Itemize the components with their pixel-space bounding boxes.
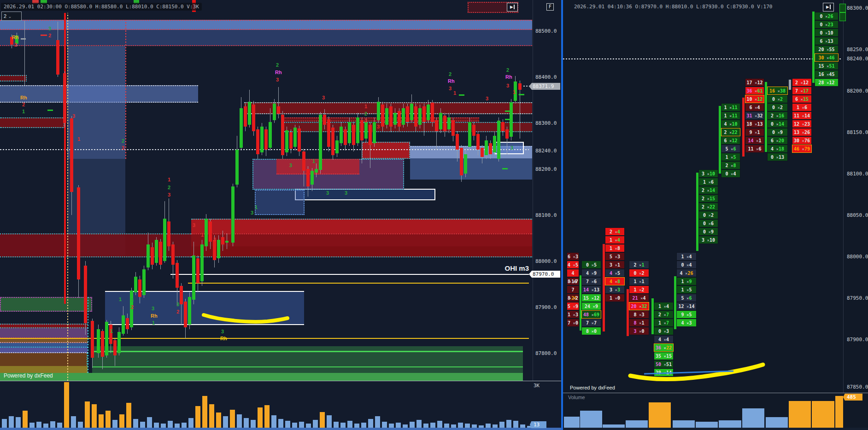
volume-bar	[499, 422, 504, 428]
horizontal-line	[92, 351, 523, 352]
f-indicator-button[interactable]: F	[546, 3, 554, 11]
footprint-cell: 0 ×14	[767, 120, 788, 128]
volume-bar	[119, 414, 124, 428]
footprint-cell: 0 ×2	[629, 269, 649, 277]
volume-bar	[513, 421, 518, 428]
jump-to-latest-button-right[interactable]: ▶	[823, 3, 834, 12]
horizontal-line	[0, 338, 529, 339]
candle	[381, 105, 384, 127]
footprint-cell: 50 ×51	[654, 360, 674, 368]
candle	[264, 129, 268, 150]
price-axis-label: 87850.0	[847, 384, 868, 390]
footprint-cell: 15 ×51	[815, 62, 839, 70]
candle	[385, 108, 388, 125]
interval-dropdown[interactable]: 2 ⌄	[1, 12, 22, 21]
price-axis-label: 87900.0	[535, 304, 557, 310]
footprint-cell: 7 ×6	[581, 277, 601, 285]
candle	[167, 221, 170, 246]
jump-to-latest-button[interactable]: ▶	[507, 3, 518, 12]
poc-dash	[459, 94, 464, 96]
candle	[414, 106, 417, 127]
candle	[456, 134, 459, 150]
candle	[281, 115, 284, 155]
footprint-cell: 5 ×6	[676, 294, 697, 302]
rh-signal-label: Rh	[12, 35, 19, 40]
footprint-cell: 4 ×5	[605, 269, 625, 277]
candle	[269, 122, 272, 148]
price-zone	[0, 20, 532, 30]
footprint-cell: 21 ×4	[629, 294, 649, 302]
volume-bar	[140, 422, 145, 428]
volume-bar	[85, 401, 90, 428]
candle	[501, 122, 504, 131]
footprint-cell: 1 ×1	[629, 277, 649, 285]
footprint-cell: 35 ×15	[654, 352, 674, 360]
candle	[485, 140, 488, 155]
footprint-cell: 5 ×9	[567, 302, 579, 310]
footprint-column: 0 ×54 ×97 ×614 ×1315 ×1224 ×948 ×697 ×78…	[581, 261, 601, 335]
footprint-column: 2 ×10 ×21 ×11 ×221 ×420 ×328 ×38 ×13 ×0	[629, 261, 649, 335]
count-annotation: 1	[119, 297, 122, 302]
candle	[77, 187, 80, 279]
volume-bar	[50, 421, 55, 428]
footprint-cell: 8 ×7	[567, 277, 579, 285]
candle	[213, 240, 216, 260]
volume-bar	[334, 422, 339, 428]
candle	[235, 150, 239, 185]
candle	[505, 129, 509, 139]
powered-by-label: Powered by dxFeed	[4, 372, 53, 379]
footprint-cell: 2 ×8	[721, 161, 740, 169]
price-zone	[0, 338, 88, 343]
price-axis-label: 88200.0	[535, 166, 557, 172]
footprint-cell: 4 ×10	[721, 120, 740, 128]
count-annotation: 3	[377, 124, 380, 129]
price-axis-label: 87800.0	[535, 350, 557, 356]
volume-bar	[230, 410, 235, 428]
candle	[225, 241, 229, 243]
volume-bar	[375, 416, 380, 428]
volume-bar	[147, 417, 152, 428]
right-ohlc-readout: 2026.29.01 04:10:36 O:87970.0 H:88010.0 …	[571, 3, 775, 11]
price-zone	[0, 328, 88, 338]
footprint-column: 16 ×380 ×20 ×22 ×160 ×140 ×96 ×204 ×180 …	[767, 87, 788, 161]
footprint-cell: 4 ×18	[767, 145, 788, 153]
horizontal-line	[188, 283, 529, 284]
price-axis-label: 88000.0	[847, 254, 868, 260]
candle	[113, 340, 117, 355]
poc-dash	[505, 110, 510, 112]
count-annotation: 2	[276, 63, 279, 68]
right-time-axis[interactable]	[563, 428, 868, 430]
volume-bar	[195, 406, 200, 428]
footprint-cell: 6 ×4	[745, 103, 764, 111]
count-annotation: 3	[122, 145, 124, 151]
volume-bar	[216, 413, 221, 428]
candle	[159, 242, 162, 265]
footprint-cell: 18 ×13	[745, 120, 764, 128]
candle	[180, 286, 183, 304]
count-annotation: 1	[513, 90, 516, 95]
footprint-cell: 0 ×23	[815, 20, 839, 29]
count-annotation: 1	[312, 159, 315, 164]
price-zone	[0, 373, 523, 381]
left-time-axis[interactable]	[0, 428, 561, 430]
candle	[443, 116, 446, 131]
count-annotation: 3	[276, 77, 279, 82]
candle	[431, 103, 434, 122]
candle	[231, 186, 235, 243]
footprint-cell: 1 ×11	[721, 103, 740, 111]
candle	[273, 104, 276, 120]
candle	[184, 302, 187, 327]
price-zone	[0, 75, 27, 81]
footprint-cell: 0 ×2	[767, 103, 788, 111]
volume-bar	[271, 415, 276, 428]
footprint-cell: 6 ×13	[815, 37, 839, 45]
panel-divider[interactable]	[561, 0, 563, 430]
volume-bar	[133, 419, 138, 428]
price-zone	[191, 246, 532, 257]
footprint-cell: 1 ×2	[629, 285, 649, 294]
candle	[481, 148, 484, 157]
horizontal-line	[92, 366, 523, 367]
count-annotation: 2	[506, 68, 509, 73]
right-volume-divider	[563, 393, 868, 393]
footprint-cell: 3 ×3	[605, 285, 625, 294]
